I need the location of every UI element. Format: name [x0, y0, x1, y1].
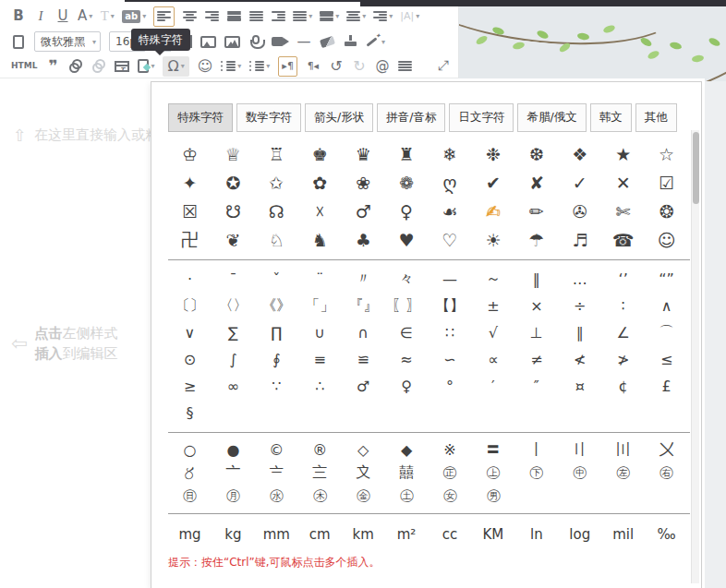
char-cell[interactable]: ✕	[601, 168, 645, 197]
char-cell[interactable]: ¨	[298, 266, 342, 293]
char-cell[interactable]: ·	[168, 266, 212, 293]
paragraph-spacing-button[interactable]: ▾	[320, 6, 339, 27]
char-cell[interactable]: ®	[298, 438, 342, 462]
fullscreen-button[interactable]: ⤢	[436, 56, 451, 77]
line-height-button[interactable]: ▾	[346, 6, 366, 27]
highlight-color-button[interactable]: ab▾	[122, 6, 146, 27]
char-cell[interactable]: 囍	[385, 462, 429, 485]
char-cell[interactable]: ♀	[385, 197, 429, 225]
char-cell[interactable]: ∥	[558, 319, 601, 346]
char-cell[interactable]: ♂	[342, 197, 385, 225]
blockquote-button[interactable]: ❞	[45, 56, 60, 77]
char-cell[interactable]: ≡	[298, 346, 342, 373]
char-cell[interactable]: ☂	[514, 225, 558, 254]
char-cell[interactable]: ∪	[298, 319, 342, 346]
source-code-button[interactable]: HTML	[11, 56, 37, 77]
magic-tools-button[interactable]: ▾	[366, 31, 385, 52]
redo-button[interactable]: ↻	[352, 56, 367, 77]
emoji-button[interactable]: ☺	[198, 56, 213, 77]
char-cell[interactable]: ㊌	[255, 485, 298, 508]
char-cell[interactable]: ღ	[429, 168, 472, 197]
paragraph-indent-button[interactable]: ▾	[373, 6, 393, 27]
align-right-button[interactable]	[204, 6, 219, 27]
char-cell[interactable]: ∑	[212, 319, 255, 346]
char-cell[interactable]: ∫	[212, 346, 255, 373]
char-cell[interactable]: 『』	[342, 293, 385, 319]
align-left-button[interactable]	[153, 6, 175, 27]
char-cell[interactable]: ♬	[558, 225, 601, 254]
char-cell[interactable]: ●	[212, 438, 255, 462]
justify-full-button[interactable]	[248, 6, 263, 27]
char-cell[interactable]: ❦	[212, 225, 255, 254]
char-cell[interactable]: ♀	[385, 373, 429, 400]
char-cell[interactable]: ∧	[645, 293, 688, 319]
char-cell[interactable]: ∨	[168, 319, 212, 346]
char-cell[interactable]: ✦	[168, 168, 212, 197]
char-cell[interactable]: ✪	[212, 168, 255, 197]
char-cell[interactable]: ㊛	[429, 485, 472, 508]
char-cell[interactable]: ˇ	[255, 266, 298, 293]
char-cell[interactable]: ♛	[342, 139, 385, 168]
char-cell[interactable]: mg	[168, 520, 212, 549]
list-style-button[interactable]: ▾	[293, 6, 312, 27]
char-cell[interactable]: 〧	[255, 462, 298, 485]
char-cell[interactable]: ≌	[342, 346, 385, 373]
char-cell[interactable]: m²	[385, 520, 429, 549]
char-cell[interactable]: ¤	[558, 373, 601, 400]
char-cell[interactable]: ♂	[342, 373, 385, 400]
char-cell[interactable]: ♜	[385, 139, 429, 168]
char-cell[interactable]: ∠	[601, 319, 645, 346]
char-cell[interactable]: ∷	[429, 319, 472, 346]
ordered-list-button[interactable]: ▾	[221, 56, 241, 77]
char-cell[interactable]: ❀	[342, 168, 385, 197]
format-brush-button[interactable]	[343, 31, 357, 52]
char-cell[interactable]: ∞	[212, 373, 255, 400]
char-cell[interactable]: ○	[168, 438, 212, 462]
char-cell[interactable]: √	[471, 319, 514, 346]
char-cell[interactable]: 〨	[298, 462, 342, 485]
text-style-button[interactable]: T▾	[100, 6, 115, 27]
char-cell[interactable]: “”	[645, 266, 688, 293]
char-cell[interactable]: ㊤	[471, 462, 514, 485]
char-cell[interactable]: ©	[255, 438, 298, 462]
char-cell[interactable]: 〦	[212, 462, 255, 485]
indent-button[interactable]	[271, 6, 285, 27]
char-cell[interactable]: ㊐	[168, 485, 212, 508]
char-cell[interactable]: cm	[298, 520, 342, 549]
char-cell[interactable]: ♥	[385, 225, 429, 254]
char-cell[interactable]: 〤	[645, 438, 688, 462]
insert-table-button[interactable]	[115, 56, 129, 77]
char-cell[interactable]: ≮	[558, 346, 601, 373]
char-cell[interactable]: ✘	[514, 168, 558, 197]
char-cell[interactable]: ≥	[168, 373, 212, 400]
undo-button[interactable]: ↺	[329, 56, 344, 77]
char-cell[interactable]: 〣	[601, 438, 645, 462]
font-color-button[interactable]: A▾	[78, 6, 92, 27]
char-cell[interactable]: ❄	[429, 139, 472, 168]
char-cell[interactable]: £	[645, 373, 688, 400]
char-cell[interactable]: 《》	[255, 293, 298, 319]
char-cell[interactable]: mil	[601, 520, 645, 549]
insert-video-button[interactable]	[272, 31, 288, 52]
char-cell[interactable]: ◇	[342, 438, 385, 462]
char-cell[interactable]: 〃	[342, 266, 385, 293]
record-audio-button[interactable]	[248, 31, 263, 52]
char-cell[interactable]: §	[168, 400, 212, 426]
char-cell[interactable]: ♚	[298, 139, 342, 168]
char-cell[interactable]: ☎	[601, 225, 645, 254]
underline-button[interactable]: U	[55, 6, 70, 27]
char-cell[interactable]: 〈〉	[212, 293, 255, 319]
ltr-paragraph-button[interactable]: ▸¶	[278, 56, 297, 77]
char-cell[interactable]: 〩	[342, 462, 385, 485]
char-cell[interactable]: ☀	[471, 225, 514, 254]
char-cell[interactable]: ♔	[168, 139, 212, 168]
mention-button[interactable]: @	[375, 56, 390, 77]
tab-greek-russian[interactable]: 希腊/俄文	[517, 103, 586, 132]
char-cell[interactable]: ☒	[168, 197, 212, 225]
char-cell[interactable]: ✓	[558, 168, 601, 197]
char-cell[interactable]: ‰	[645, 520, 688, 549]
remove-link-button[interactable]	[91, 56, 106, 77]
char-cell[interactable]: 〔〕	[168, 293, 212, 319]
char-cell[interactable]: ㊎	[342, 485, 385, 508]
tab-special-chars[interactable]: 特殊字符	[168, 103, 233, 132]
